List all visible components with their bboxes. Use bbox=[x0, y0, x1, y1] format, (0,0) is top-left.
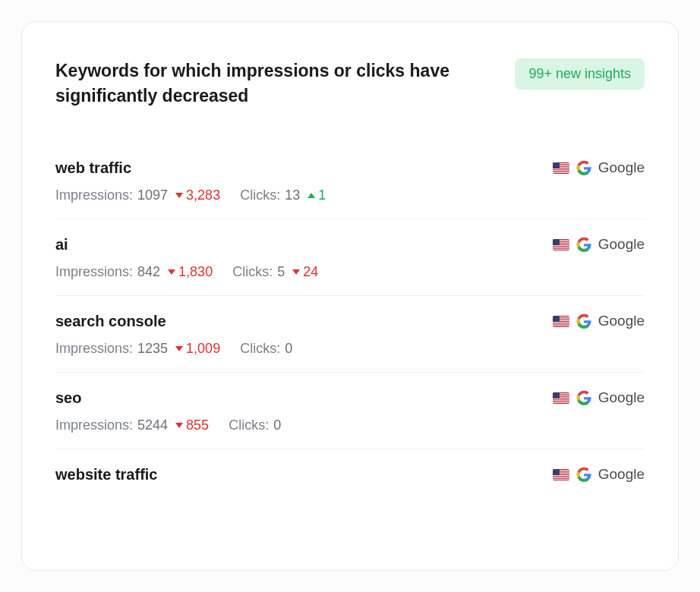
google-logo-icon bbox=[575, 159, 592, 176]
impressions-delta: 1,830 bbox=[168, 264, 213, 280]
clicks-delta-value: 24 bbox=[303, 264, 318, 280]
keyword-text: web traffic bbox=[55, 159, 131, 177]
impressions-value: 5244 bbox=[137, 417, 168, 433]
insights-badge[interactable]: 99+ new insights bbox=[515, 58, 645, 90]
source-label: Google bbox=[598, 466, 645, 483]
source-label: Google bbox=[598, 389, 645, 406]
keyword-row[interactable]: aiGoogleImpressions:8421,830Clicks:524 bbox=[55, 219, 645, 296]
row-header: seoGoogle bbox=[55, 389, 645, 407]
clicks-metric: Clicks:131 bbox=[240, 187, 326, 203]
source-label: Google bbox=[598, 236, 645, 253]
impressions-delta-value: 1,830 bbox=[178, 264, 213, 280]
impressions-label: Impressions: bbox=[55, 264, 133, 280]
source-group: Google bbox=[553, 236, 645, 253]
clicks-delta-value: 1 bbox=[318, 187, 326, 203]
metrics-line: Impressions:8421,830Clicks:524 bbox=[55, 264, 645, 280]
keyword-text: search console bbox=[55, 313, 166, 330]
clicks-value: 13 bbox=[285, 187, 300, 203]
impressions-delta: 3,283 bbox=[175, 187, 220, 203]
clicks-value: 0 bbox=[273, 417, 281, 433]
caret-down-icon bbox=[175, 423, 183, 428]
impressions-delta-value: 3,283 bbox=[186, 187, 220, 203]
impressions-metric: Impressions:10973,283 bbox=[55, 187, 220, 203]
card-header: Keywords for which impressions or clicks… bbox=[55, 58, 645, 109]
us-flag-icon bbox=[553, 392, 569, 404]
keyword-row[interactable]: website trafficGoogle bbox=[55, 449, 645, 509]
keyword-text: ai bbox=[55, 236, 68, 253]
impressions-delta-value: 1,009 bbox=[186, 341, 220, 357]
caret-down-icon bbox=[292, 269, 300, 275]
caret-down-icon bbox=[175, 346, 183, 351]
clicks-value: 0 bbox=[285, 341, 292, 357]
impressions-delta: 855 bbox=[175, 417, 209, 433]
impressions-delta-value: 855 bbox=[186, 417, 209, 433]
clicks-label: Clicks: bbox=[229, 417, 269, 433]
us-flag-icon bbox=[553, 162, 569, 174]
keyword-text: website traffic bbox=[55, 466, 157, 483]
keyword-list: web trafficGoogleImpressions:10973,283Cl… bbox=[55, 143, 645, 509]
keyword-row[interactable]: search consoleGoogleImpressions:12351,00… bbox=[55, 296, 645, 373]
impressions-value: 1235 bbox=[137, 341, 168, 357]
impressions-delta: 1,009 bbox=[175, 341, 220, 357]
google-logo-icon bbox=[575, 313, 592, 329]
keyword-row[interactable]: web trafficGoogleImpressions:10973,283Cl… bbox=[55, 143, 645, 219]
row-header: search consoleGoogle bbox=[55, 313, 645, 330]
google-logo-icon bbox=[575, 236, 592, 253]
keyword-text: seo bbox=[55, 389, 81, 407]
impressions-value: 842 bbox=[137, 264, 160, 280]
row-header: website trafficGoogle bbox=[55, 466, 645, 483]
metrics-line: Impressions:5244855Clicks:0 bbox=[55, 417, 645, 433]
source-group: Google bbox=[553, 466, 645, 483]
us-flag-icon bbox=[553, 316, 569, 327]
impressions-metric: Impressions:5244855 bbox=[55, 417, 209, 433]
clicks-delta: 24 bbox=[292, 264, 318, 280]
google-logo-icon bbox=[575, 389, 592, 406]
fade-overlay bbox=[22, 502, 678, 570]
clicks-label: Clicks: bbox=[232, 264, 273, 280]
clicks-metric: Clicks:524 bbox=[232, 264, 318, 280]
keyword-row[interactable]: seoGoogleImpressions:5244855Clicks:0 bbox=[55, 373, 645, 449]
google-logo-icon bbox=[575, 466, 592, 483]
source-group: Google bbox=[553, 159, 645, 176]
source-label: Google bbox=[598, 313, 645, 329]
impressions-metric: Impressions:12351,009 bbox=[55, 341, 220, 357]
impressions-label: Impressions: bbox=[55, 187, 133, 203]
clicks-metric: Clicks:0 bbox=[229, 417, 281, 433]
insights-card: Keywords for which impressions or clicks… bbox=[21, 21, 679, 571]
impressions-label: Impressions: bbox=[55, 417, 133, 433]
source-group: Google bbox=[553, 389, 645, 406]
impressions-value: 1097 bbox=[137, 187, 168, 203]
clicks-delta: 1 bbox=[307, 187, 326, 203]
metrics-line: Impressions:12351,009Clicks:0 bbox=[55, 341, 645, 357]
source-group: Google bbox=[553, 313, 645, 329]
impressions-label: Impressions: bbox=[55, 341, 133, 357]
clicks-value: 5 bbox=[277, 264, 285, 280]
clicks-label: Clicks: bbox=[240, 341, 280, 357]
caret-up-icon bbox=[307, 193, 315, 198]
row-header: aiGoogle bbox=[55, 236, 645, 253]
us-flag-icon bbox=[553, 239, 569, 250]
caret-down-icon bbox=[175, 193, 183, 198]
clicks-metric: Clicks:0 bbox=[240, 341, 292, 357]
caret-down-icon bbox=[168, 269, 175, 275]
clicks-label: Clicks: bbox=[240, 187, 280, 203]
us-flag-icon bbox=[553, 469, 569, 480]
metrics-line: Impressions:10973,283Clicks:131 bbox=[55, 187, 645, 203]
card-title: Keywords for which impressions or clicks… bbox=[55, 58, 450, 109]
row-header: web trafficGoogle bbox=[55, 159, 645, 177]
impressions-metric: Impressions:8421,830 bbox=[55, 264, 213, 280]
source-label: Google bbox=[598, 159, 645, 176]
